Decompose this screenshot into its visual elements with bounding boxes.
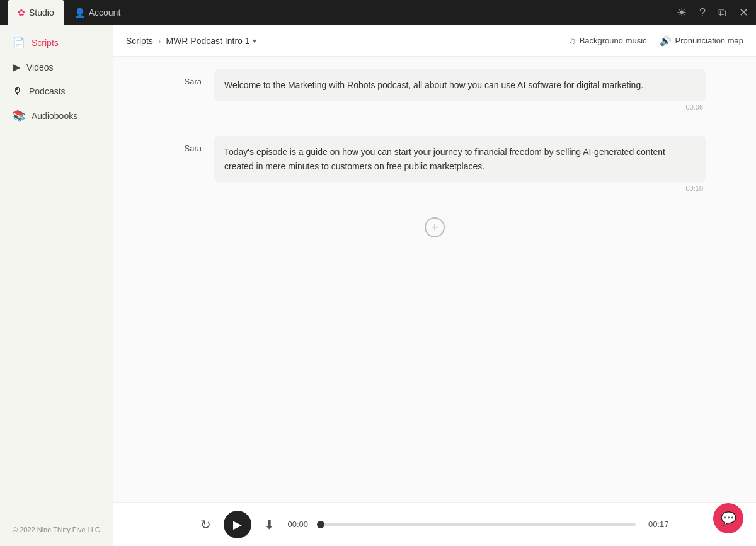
content-header: Scripts › MWR Podcast Intro 1 ▾ ♫ Backgr… (113, 25, 756, 57)
pronunciation-map-button[interactable]: 🔊 Pronunciation map (660, 35, 743, 47)
player-bar: ↻ ▶ ⬇ 00:00 00:17 (113, 502, 756, 546)
sidebar-item-audiobooks[interactable]: 📚 Audiobooks (0, 103, 113, 128)
add-block-button[interactable]: + (164, 217, 706, 237)
breadcrumb-separator: › (158, 36, 161, 46)
progress-track (321, 523, 636, 526)
script-content: Sara Welcome to the Marketing with Robot… (113, 57, 756, 502)
script-text-1[interactable]: Welcome to the Marketing with Robots pod… (214, 69, 706, 101)
sidebar: 📄 Scripts ▶ Videos 🎙 Podcasts 📚 Audioboo… (0, 25, 113, 546)
play-button[interactable]: ▶ (224, 511, 251, 538)
script-text-2[interactable]: Today's episode is a guide on how you ca… (214, 136, 706, 182)
script-text-wrap-2: Today's episode is a guide on how you ca… (214, 136, 706, 192)
script-timestamp-2: 00:10 (214, 185, 706, 192)
download-icon: ⬇ (264, 517, 275, 532)
time-start: 00:00 (287, 520, 308, 529)
time-end: 00:17 (648, 520, 669, 529)
download-button[interactable]: ⬇ (264, 517, 275, 532)
breadcrumb-root[interactable]: Scripts (126, 36, 153, 46)
content-area: Scripts › MWR Podcast Intro 1 ▾ ♫ Backgr… (113, 25, 756, 546)
footer-text: © 2022 Nine Thirty Five LLC (13, 526, 100, 533)
progress-thumb (317, 521, 324, 528)
script-text-wrap-1: Welcome to the Marketing with Robots pod… (214, 69, 706, 111)
theme-toggle-button[interactable]: ☀ (677, 6, 687, 20)
studio-label: Studio (29, 8, 54, 18)
podcasts-icon: 🎙 (13, 86, 23, 97)
add-circle-icon: + (425, 217, 445, 237)
tab-account[interactable]: 👤 Account (64, 0, 131, 25)
topbar-left: ✿ Studio 👤 Account (8, 0, 130, 25)
topbar-right: ☀ ? ⧉ ✕ (677, 6, 748, 20)
pronunciation-label: Pronunciation map (675, 36, 743, 45)
main-layout: 📄 Scripts ▶ Videos 🎙 Podcasts 📚 Audioboo… (0, 25, 756, 546)
sidebar-audiobooks-label: Audiobooks (32, 111, 77, 121)
sidebar-item-scripts[interactable]: 📄 Scripts (0, 30, 113, 55)
chat-icon: 💬 (721, 511, 736, 526)
sun-icon: ☀ (677, 6, 687, 20)
speaker-name-1: Sara (164, 69, 202, 86)
sidebar-scripts-label: Scripts (32, 38, 59, 48)
bg-music-label: Background music (580, 36, 647, 45)
sidebar-item-podcasts[interactable]: 🎙 Podcasts (0, 79, 113, 103)
help-icon: ? (699, 6, 706, 20)
pronunciation-icon: 🔊 (660, 35, 672, 47)
background-music-button[interactable]: ♫ Background music (568, 35, 646, 46)
replay-icon: ↻ (200, 517, 211, 532)
script-block-1: Sara Welcome to the Marketing with Robot… (164, 69, 706, 111)
breadcrumb: Scripts › MWR Podcast Intro 1 ▾ (126, 36, 256, 46)
videos-icon: ▶ (13, 61, 20, 73)
sidebar-footer: © 2022 Nine Thirty Five LLC (0, 518, 113, 541)
scripts-icon: 📄 (13, 37, 25, 48)
chevron-down-icon[interactable]: ▾ (253, 37, 256, 45)
tab-studio[interactable]: ✿ Studio (8, 0, 64, 25)
sidebar-item-videos[interactable]: ▶ Videos (0, 55, 113, 79)
sidebar-videos-label: Videos (26, 62, 54, 72)
replay-button[interactable]: ↻ (200, 517, 211, 532)
script-block-2: Sara Today's episode is a guide on how y… (164, 136, 706, 192)
close-button[interactable]: ✕ (739, 6, 748, 20)
sidebar-podcasts-label: Podcasts (29, 86, 66, 96)
progress-bar[interactable] (321, 523, 636, 526)
chat-button[interactable]: 💬 (713, 503, 743, 533)
topbar: ✿ Studio 👤 Account ☀ ? ⧉ ✕ (0, 0, 756, 25)
external-icon: ⧉ (718, 6, 726, 20)
breadcrumb-current-label: MWR Podcast Intro 1 (166, 36, 249, 46)
speaker-name-2: Sara (164, 136, 202, 153)
play-icon: ▶ (233, 518, 242, 532)
music-icon: ♫ (568, 35, 575, 46)
header-actions: ♫ Background music 🔊 Pronunciation map (568, 35, 743, 47)
account-label: Account (89, 8, 121, 18)
close-icon: ✕ (739, 6, 748, 20)
studio-icon: ✿ (18, 8, 25, 18)
audiobooks-icon: 📚 (13, 110, 25, 122)
account-icon: 👤 (74, 8, 85, 18)
external-link-button[interactable]: ⧉ (718, 6, 726, 20)
help-button[interactable]: ? (699, 6, 706, 20)
script-timestamp-1: 00:06 (214, 103, 706, 111)
breadcrumb-current: MWR Podcast Intro 1 ▾ (166, 36, 256, 46)
